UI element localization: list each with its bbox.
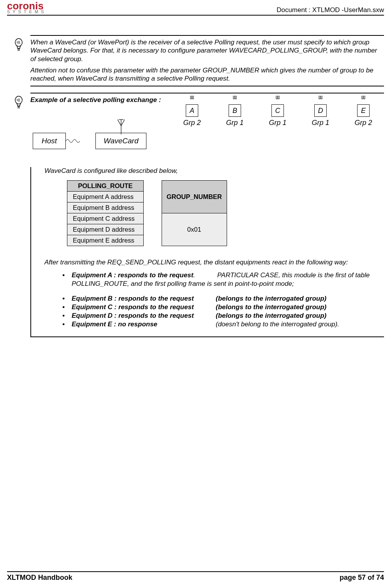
device-c: CGrp 1 — [260, 96, 295, 127]
document-reference: Document : XTLMOD -UserMan.sxw — [277, 6, 384, 14]
antenna-mini-icon — [188, 96, 196, 105]
group-number-table: GROUP_NUMBER 0x01 — [162, 180, 227, 246]
antenna-icon — [116, 119, 126, 134]
response-lead: Equipment E : no response — [72, 320, 216, 329]
polling-route-row: Equipment A address — [67, 191, 144, 202]
device-group: Grp 1 — [226, 118, 243, 127]
link-wave-icon — [66, 137, 81, 144]
response-list-rest: •Equipment B : responds to the request(b… — [62, 294, 382, 329]
svg-rect-15 — [364, 96, 365, 99]
polling-route-table: POLLING_ROUTE Equipment A addressEquipme… — [67, 180, 144, 246]
polling-route-row: Equipment D address — [67, 224, 144, 235]
device-b: BGrp 1 — [217, 96, 252, 127]
footer-left: XLTMOD Handbook — [7, 574, 72, 582]
response-tail: (belongs to the interrogated group) — [216, 303, 382, 312]
svg-rect-7 — [192, 96, 194, 99]
response-lead: Equipment B : responds to the request — [72, 294, 216, 303]
device-d: DGrp 1 — [303, 96, 338, 127]
device-label: C — [271, 104, 284, 117]
device-group: Grp 1 — [269, 118, 286, 127]
device-label: D — [314, 104, 327, 117]
info-note-1: When a WaveCard (or WavePort) is the rec… — [7, 35, 384, 86]
device-group: Grp 2 — [183, 118, 201, 127]
wavecard-box: WaveCard — [95, 133, 146, 149]
response-tail: (belongs to the interrogated group) — [216, 294, 382, 303]
info-note-2: Example of a selective polling exchange … — [7, 93, 384, 149]
device-row: AGrp 2BGrp 1CGrp 1DGrp 1EGrp 2 — [171, 96, 384, 127]
svg-rect-6 — [190, 96, 192, 99]
config-tables: POLLING_ROUTE Equipment A addressEquipme… — [67, 180, 382, 246]
device-group: Grp 1 — [312, 118, 329, 127]
after-text: After transmitting the REQ_SEND_POLLING … — [44, 259, 382, 266]
lightbulb-icon — [7, 93, 30, 149]
logo-brand: coronis — [7, 2, 47, 10]
footer-right: page 57 of 74 — [340, 574, 384, 582]
example-section: WaveCard is configured like described be… — [30, 167, 384, 338]
device-a: AGrp 2 — [174, 96, 210, 127]
resp-a: Equipment A : responds to the request. P… — [72, 271, 382, 288]
polling-route-header: POLLING_ROUTE — [67, 180, 144, 191]
group-number-value: 0x01 — [162, 213, 227, 246]
page-footer: XLTMOD Handbook page 57 of 74 — [7, 571, 384, 582]
note1-paragraph1: When a WaveCard (or WavePort) is the rec… — [30, 38, 384, 63]
svg-point-3 — [15, 96, 22, 104]
svg-line-17 — [118, 120, 121, 126]
device-label: B — [229, 104, 241, 117]
host-box: Host — [33, 133, 66, 149]
svg-point-0 — [15, 39, 22, 46]
response-tail: (doesn't belong to the interrogated grou… — [216, 320, 382, 329]
device-e: EGrp 2 — [346, 96, 381, 127]
svg-rect-9 — [235, 96, 236, 99]
svg-rect-10 — [276, 96, 277, 99]
antenna-mini-icon — [274, 96, 282, 105]
response-lead: Equipment D : responds to the request — [72, 312, 216, 320]
polling-route-row: Equipment E address — [67, 235, 144, 246]
device-label: A — [186, 104, 198, 117]
device-group: Grp 2 — [354, 118, 372, 127]
example-title: Example of a selective polling exchange … — [30, 96, 171, 104]
antenna-mini-icon — [231, 96, 239, 105]
polling-route-row: Equipment B address — [67, 202, 144, 213]
svg-rect-13 — [321, 96, 322, 99]
svg-rect-12 — [319, 96, 320, 99]
device-label: E — [357, 104, 370, 117]
polling-route-row: Equipment C address — [67, 213, 144, 224]
svg-rect-14 — [362, 96, 363, 99]
svg-rect-11 — [278, 96, 279, 99]
logo: coronis SYSTEMS — [7, 2, 47, 14]
response-tail: (belongs to the interrogated group) — [216, 312, 382, 320]
logo-subtitle: SYSTEMS — [7, 9, 47, 14]
antenna-mini-icon — [359, 96, 367, 105]
antenna-mini-icon — [317, 96, 324, 105]
page-header: coronis SYSTEMS Document : XTLMOD -UserM… — [7, 0, 384, 16]
svg-rect-8 — [233, 96, 234, 99]
note1-paragraph2: Attention not to confuse this parameter … — [30, 66, 384, 83]
response-list: • Equipment A : responds to the request.… — [62, 271, 382, 288]
svg-line-18 — [121, 120, 125, 126]
config-intro: WaveCard is configured like described be… — [44, 167, 382, 175]
lightbulb-icon — [7, 35, 30, 86]
group-number-header: GROUP_NUMBER — [162, 180, 227, 213]
response-lead: Equipment C : responds to the request — [72, 303, 216, 312]
